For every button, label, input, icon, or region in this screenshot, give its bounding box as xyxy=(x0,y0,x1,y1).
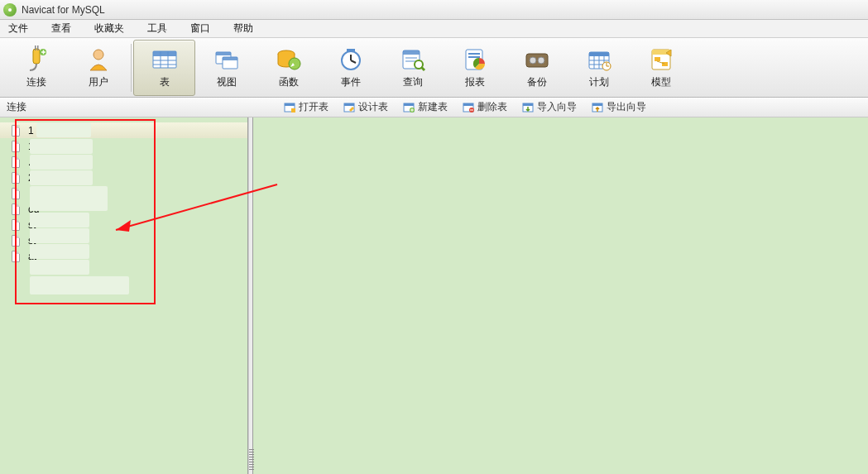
open-table-label: 打开表 xyxy=(299,100,328,114)
toolbar-function-button[interactable]: 函数 xyxy=(257,40,319,96)
redaction xyxy=(30,186,108,211)
svg-rect-57 xyxy=(463,103,473,106)
user-icon xyxy=(84,45,113,74)
action-delete-table[interactable]: 删除表 xyxy=(463,100,507,114)
svg-rect-28 xyxy=(468,53,480,55)
app-title: Navicat for MySQL xyxy=(22,4,105,16)
redaction xyxy=(30,260,89,275)
svg-point-16 xyxy=(289,58,300,69)
svg-rect-1 xyxy=(35,45,36,50)
svg-rect-45 xyxy=(655,57,660,61)
menu-file[interactable]: 文件 xyxy=(8,22,28,36)
redaction xyxy=(30,228,89,243)
db-icon xyxy=(12,188,20,199)
new-table-label: 新建表 xyxy=(418,100,448,114)
title-bar: Navicat for MySQL xyxy=(0,0,868,20)
action-import-wizard[interactable]: 导入向导 xyxy=(522,100,577,114)
sub-toolbar: 连接 打开表 设计表 新建表 删除表 xyxy=(0,98,868,117)
svg-point-33 xyxy=(538,57,544,64)
menu-bar: 文件 查看 收藏夹 工具 窗口 帮助 xyxy=(0,20,868,38)
toolbar-table-button[interactable]: 表 xyxy=(133,40,195,96)
toolbar-query-label: 查询 xyxy=(403,75,423,89)
svg-rect-14 xyxy=(223,57,237,60)
import-icon xyxy=(522,102,534,113)
toolbar-event-button[interactable]: 事件 xyxy=(319,40,381,96)
toolbar-backup-label: 备份 xyxy=(527,75,547,89)
redaction xyxy=(30,170,93,185)
svg-rect-2 xyxy=(37,45,39,50)
content-pane xyxy=(253,117,868,474)
action-new-table[interactable]: 新建表 xyxy=(403,100,448,114)
toolbar-separator xyxy=(131,44,132,92)
menu-tools[interactable]: 工具 xyxy=(147,22,167,36)
function-icon xyxy=(275,45,303,74)
toolbar-schedule-label: 计划 xyxy=(589,75,609,89)
menu-help[interactable]: 帮助 xyxy=(233,22,253,36)
toolbar-schedule-button[interactable]: 计划 xyxy=(568,40,630,96)
toolbar-query-button[interactable]: 查询 xyxy=(381,40,444,96)
app-icon xyxy=(3,3,17,17)
db-icon xyxy=(12,203,20,215)
report-icon xyxy=(461,45,489,74)
toolbar-connect-label: 连接 xyxy=(26,75,46,89)
toolbar-model-label: 模型 xyxy=(651,75,671,89)
action-design-table[interactable]: 设计表 xyxy=(343,100,388,114)
menu-favorites[interactable]: 收藏夹 xyxy=(94,22,124,36)
toolbar-user-button[interactable]: 用户 xyxy=(67,40,129,96)
svg-rect-46 xyxy=(662,62,668,66)
design-table-label: 设计表 xyxy=(358,100,388,114)
menu-view[interactable]: 查看 xyxy=(51,22,71,36)
toolbar-report-button[interactable]: 报表 xyxy=(444,40,506,96)
toolbar-report-label: 报表 xyxy=(465,75,485,89)
delete-table-label: 删除表 xyxy=(477,100,507,114)
toolbar-connect-button[interactable]: 连接 xyxy=(5,40,67,96)
splitter-grip-icon xyxy=(249,449,254,471)
toolbar-view-label: 视图 xyxy=(217,75,237,89)
splitter-handle[interactable] xyxy=(248,117,253,474)
svg-rect-18 xyxy=(347,49,355,52)
svg-rect-6 xyxy=(153,51,176,56)
svg-line-26 xyxy=(421,67,424,70)
tree-item[interactable]: 1 5 xyxy=(0,122,247,138)
schedule-icon xyxy=(585,45,613,74)
action-open-table[interactable]: 打开表 xyxy=(284,100,328,114)
svg-rect-50 xyxy=(291,108,295,113)
event-icon xyxy=(337,45,365,74)
redaction xyxy=(30,155,93,170)
db-icon xyxy=(12,141,20,152)
redaction xyxy=(30,139,93,154)
db-icon xyxy=(12,125,20,136)
export-label: 导出向导 xyxy=(607,100,646,114)
svg-rect-29 xyxy=(468,56,480,58)
db-icon xyxy=(12,251,20,262)
toolbar-view-button[interactable]: 视图 xyxy=(195,40,257,96)
svg-rect-62 xyxy=(592,103,602,106)
svg-rect-54 xyxy=(404,103,414,106)
svg-rect-52 xyxy=(344,103,354,106)
design-table-icon xyxy=(343,102,355,113)
menu-window[interactable]: 窗口 xyxy=(190,22,210,36)
svg-point-32 xyxy=(530,57,536,64)
plug-icon xyxy=(22,45,50,74)
redaction xyxy=(30,276,129,294)
model-icon xyxy=(647,45,675,74)
redaction xyxy=(30,244,89,259)
connection-tree[interactable]: 1 5 1_sagc .151 2.54 xyxy=(0,117,248,474)
svg-rect-49 xyxy=(285,103,295,106)
toolbar-table-label: 表 xyxy=(160,75,170,89)
open-table-icon xyxy=(284,102,295,113)
toolbar-backup-button[interactable]: 备份 xyxy=(506,40,568,96)
import-label: 导入向导 xyxy=(537,100,577,114)
svg-point-4 xyxy=(94,50,103,60)
table-icon xyxy=(151,45,179,74)
export-icon xyxy=(592,102,603,113)
new-table-icon xyxy=(403,102,415,113)
toolbar-model-button[interactable]: 模型 xyxy=(630,40,692,96)
svg-rect-22 xyxy=(403,50,420,55)
svg-rect-35 xyxy=(589,52,609,56)
action-export-wizard[interactable]: 导出向导 xyxy=(592,100,646,114)
toolbar-event-label: 事件 xyxy=(341,75,361,89)
main-toolbar: 连接 用户 xyxy=(0,38,868,98)
db-icon xyxy=(12,235,20,247)
svg-rect-60 xyxy=(523,103,533,106)
